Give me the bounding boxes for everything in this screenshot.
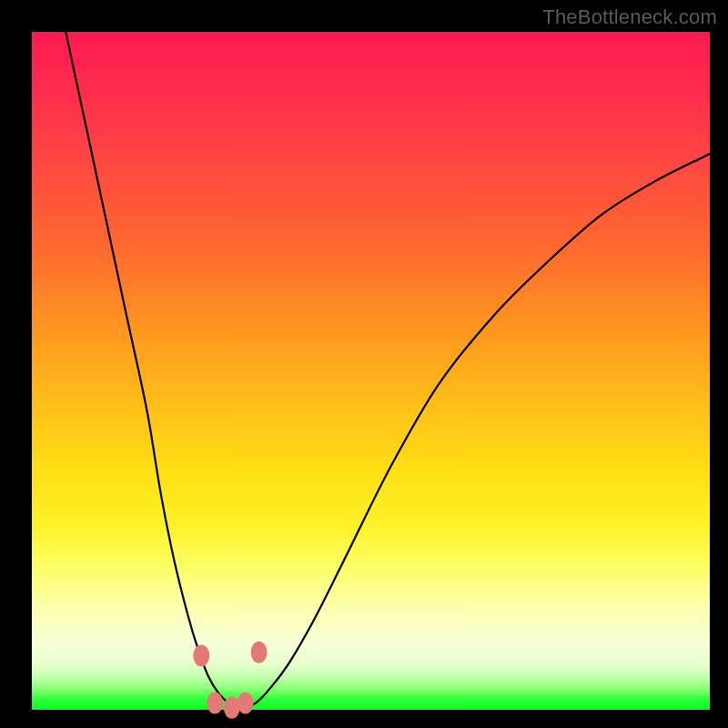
data-marker (251, 642, 268, 663)
curve-svg (32, 32, 710, 710)
chart-frame: TheBottleneck.com (0, 0, 728, 728)
bottleneck-curve (66, 32, 710, 708)
data-marker (193, 644, 209, 666)
plot-area (32, 32, 710, 710)
data-marker (238, 693, 254, 714)
attribution-text: TheBottleneck.com (542, 5, 717, 29)
data-marker (207, 693, 223, 714)
marker-group (193, 642, 267, 719)
